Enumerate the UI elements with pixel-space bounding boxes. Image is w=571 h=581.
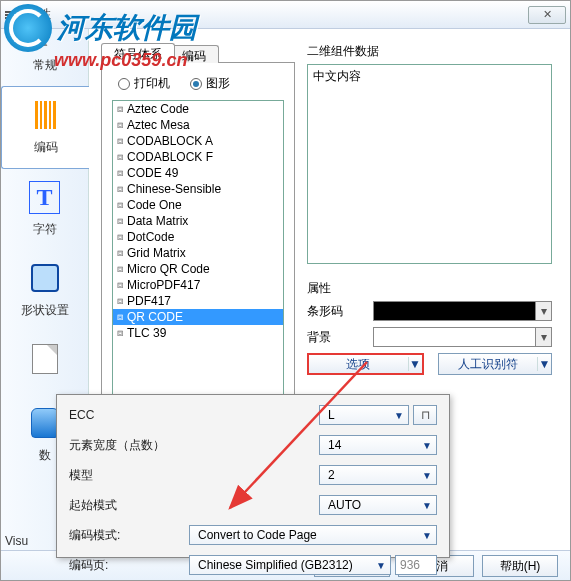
element-width-combo[interactable]: 14▼ (319, 435, 437, 455)
radio-icon (190, 78, 202, 90)
start-mode-combo[interactable]: AUTO▼ (319, 495, 437, 515)
chevron-down-icon: ▾ (535, 302, 551, 320)
list-item[interactable]: ⧈Aztec Mesa (113, 117, 283, 133)
list-item[interactable]: ⧈CODABLOCK A (113, 133, 283, 149)
chevron-up-icon[interactable]: ▲ (1, 37, 88, 49)
list-item[interactable]: ⧈CODABLOCK F (113, 149, 283, 165)
barcode-small-icon: ⧈ (117, 295, 123, 307)
chevron-down-icon: ▼ (408, 357, 422, 371)
barcode-small-icon: ⧈ (117, 263, 123, 275)
chevron-down-icon: ▼ (388, 410, 404, 421)
barcode-small-icon: ⧈ (117, 231, 123, 243)
encode-mode-combo[interactable]: Convert to Code Page▼ (189, 525, 437, 545)
list-item[interactable]: ⧈DotCode (113, 229, 283, 245)
tab-encoding[interactable]: 编码 (169, 45, 219, 63)
sidebar-item-char[interactable]: T 字符 (1, 169, 88, 250)
barcode-small-icon: ⧈ (117, 279, 123, 291)
list-item[interactable]: ⧈Micro QR Code (113, 261, 283, 277)
pin-button[interactable]: ⊓ (413, 405, 437, 425)
help-button[interactable]: 帮助(H) (482, 555, 558, 577)
sidebar-item-general[interactable]: 常规 (1, 49, 88, 86)
barcode-small-icon: ⧈ (117, 167, 123, 179)
chevron-down-icon: ▼ (416, 470, 432, 481)
barcode-small-icon: ⧈ (117, 311, 123, 323)
barcode-small-icon: ⧈ (117, 199, 123, 211)
sidebar-item-label: 编码 (2, 139, 89, 156)
chevron-down-icon: ▼ (416, 440, 432, 451)
element-width-label: 元素宽度（点数） (69, 437, 189, 454)
sidebar-item-label: 字符 (1, 221, 88, 238)
radio-icon (118, 78, 130, 90)
tab-panel: 打印机 图形 ⧈Aztec Code⧈Aztec Mesa⧈CODABLOCK … (101, 62, 295, 421)
sidebar-item-doc[interactable] (1, 331, 88, 395)
options-popup: ECC L▼ ⊓ 元素宽度（点数） 14▼ 模型 2▼ 起始模式 AUTO▼ 编… (56, 394, 450, 558)
window-title: 属性 (27, 6, 51, 23)
titlebar: 属性 ✕ (1, 1, 570, 29)
code-page-combo[interactable]: Chinese Simplified (GB2312)▼ (189, 555, 391, 575)
barcode-color-picker[interactable]: ▾ (373, 301, 552, 321)
barcode-small-icon: ⧈ (117, 151, 123, 163)
list-item[interactable]: ⧈Chinese-Sensible (113, 181, 283, 197)
radio-printer[interactable]: 打印机 (118, 75, 170, 92)
color-swatch (374, 328, 535, 346)
color-swatch (374, 302, 535, 320)
sidebar-item-shape[interactable]: 形状设置 (1, 250, 88, 331)
barcode-small-icon: ⧈ (117, 247, 123, 259)
symbology-listbox[interactable]: ⧈Aztec Code⧈Aztec Mesa⧈CODABLOCK A⧈CODAB… (112, 100, 284, 412)
barcode-small-icon: ⧈ (117, 135, 123, 147)
barcode-small-icon: ⧈ (117, 327, 123, 339)
properties-label: 属性 (307, 280, 552, 297)
model-combo[interactable]: 2▼ (319, 465, 437, 485)
options-button[interactable]: 选项▼ (307, 353, 424, 375)
list-item[interactable]: ⧈Grid Matrix (113, 245, 283, 261)
list-item[interactable]: ⧈Code One (113, 197, 283, 213)
sidebar-item-encoding[interactable]: 编码 (1, 86, 89, 169)
start-mode-label: 起始模式 (69, 497, 189, 514)
barcode-small-icon: ⧈ (117, 215, 123, 227)
model-label: 模型 (69, 467, 189, 484)
sidebar-bottom-label: Visu (5, 534, 28, 548)
document-icon (25, 339, 65, 379)
barcode-small-icon: ⧈ (117, 103, 123, 115)
code-page-label: 编码页: (69, 557, 189, 574)
list-item[interactable]: ⧈Aztec Code (113, 101, 283, 117)
chevron-down-icon: ▼ (370, 560, 386, 571)
list-item[interactable]: ⧈CODE 49 (113, 165, 283, 181)
barcode-color-label: 条形码 (307, 303, 367, 320)
list-item[interactable]: ⧈QR CODE (113, 309, 283, 325)
barcode-icon (5, 7, 21, 23)
chevron-down-icon: ▼ (416, 530, 432, 541)
code-page-number[interactable] (395, 555, 437, 575)
shape-icon (25, 258, 65, 298)
human-readable-button[interactable]: 人工识别符▼ (438, 353, 553, 375)
list-item[interactable]: ⧈MicroPDF417 (113, 277, 283, 293)
background-color-label: 背景 (307, 329, 367, 346)
background-color-picker[interactable]: ▾ (373, 327, 552, 347)
radio-graphic[interactable]: 图形 (190, 75, 230, 92)
sidebar-item-label: 形状设置 (1, 302, 88, 319)
data-textarea[interactable]: 中文内容 (307, 64, 552, 264)
text-icon: T (25, 177, 65, 217)
data-section-label: 二维组件数据 (307, 43, 552, 60)
list-item[interactable]: ⧈TLC 39 (113, 325, 283, 341)
list-item[interactable]: ⧈Data Matrix (113, 213, 283, 229)
tab-symbol[interactable]: 符号体系 (101, 43, 175, 64)
ecc-label: ECC (69, 408, 189, 422)
close-button[interactable]: ✕ (528, 6, 566, 24)
chevron-down-icon: ▾ (535, 328, 551, 346)
barcode-icon (26, 95, 66, 135)
barcode-small-icon: ⧈ (117, 183, 123, 195)
sidebar-item-label: 常规 (1, 57, 88, 74)
barcode-small-icon: ⧈ (117, 119, 123, 131)
encode-mode-label: 编码模式: (69, 527, 189, 544)
chevron-down-icon: ▼ (416, 500, 432, 511)
ecc-combo[interactable]: L▼ (319, 405, 409, 425)
tab-strip: 符号体系 编码 (101, 43, 295, 63)
chevron-down-icon: ▼ (537, 357, 551, 371)
list-item[interactable]: ⧈PDF417 (113, 293, 283, 309)
